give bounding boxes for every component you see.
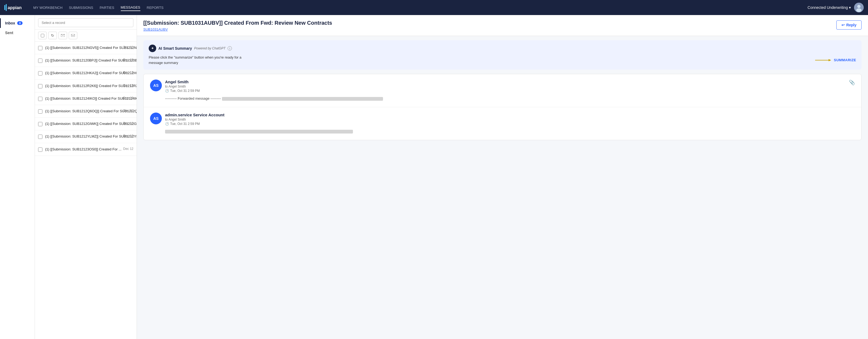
clock-icon-2: 🕐	[165, 122, 169, 126]
nav-reports[interactable]: REPORTS	[147, 5, 164, 11]
message-item-5[interactable]: (1) [[Submission: SUB1212Q6OQ]] Created …	[35, 105, 136, 118]
message-title: [[Submission: SUB1031AUBV]] Created From…	[143, 19, 332, 26]
message-title-3: (1) [[Submission: SUB1212R2K6]] Created …	[45, 84, 136, 88]
sender-avatar-2: AS	[150, 113, 162, 124]
reply-label: Reply	[846, 23, 857, 27]
ai-info-icon[interactable]: i	[227, 46, 232, 51]
svg-point-5	[856, 8, 862, 12]
blurred-content-1	[222, 97, 383, 101]
sender-to-2: to Angel Smith	[165, 118, 224, 121]
message-date-2: Dec 12	[123, 70, 133, 75]
message-checkbox-7[interactable]	[38, 135, 42, 139]
svg-point-4	[857, 5, 861, 8]
message-checkbox-6[interactable]	[38, 122, 42, 126]
message-items: (1) [[Submission: SUB1212NGV5]] Created …	[35, 41, 136, 339]
reply-button[interactable]: ↩ Reply	[836, 21, 862, 30]
nav-links: MY WORKBENCH SUBMISSIONS PARTIES MESSAGE…	[33, 4, 801, 11]
sender-name-2: admin.service Service Account	[165, 113, 224, 117]
ai-icon: ✦	[149, 45, 156, 52]
mark-read-button[interactable]	[59, 32, 67, 39]
app-body: Inbox 0 Sent ↻ (1) [[S	[0, 15, 868, 339]
nav-parties[interactable]: PARTIES	[100, 5, 114, 11]
message-checkbox-3[interactable]	[38, 84, 42, 88]
user-avatar[interactable]	[854, 3, 864, 12]
thread-body-2	[165, 129, 855, 135]
ai-body-text: Please click the "summarize" button when…	[149, 55, 242, 65]
sender-details-2: admin.service Service Account to Angel S…	[165, 113, 224, 126]
select-all-checkbox[interactable]	[38, 32, 47, 39]
message-checkbox-4[interactable]	[38, 97, 42, 101]
sidebar-item-inbox[interactable]: Inbox 0	[0, 18, 35, 28]
mark-unread-button[interactable]	[69, 32, 77, 39]
message-list-panel: ↻ (1) [[Submission: SUB1212NGV5]] Create…	[35, 15, 137, 339]
message-date-7: Dec 12	[123, 134, 133, 138]
message-content-3: (1) [[Submission: SUB1212R2K6]] Created …	[45, 84, 118, 88]
message-content-6: (1) [[Submission: SUB1212GIWK]] Created …	[45, 121, 118, 126]
message-date-3: Dec 12	[123, 84, 133, 87]
message-detail-header: [[Submission: SUB1031AUBV]] Created From…	[137, 15, 868, 36]
refresh-button[interactable]: ↻	[48, 32, 57, 39]
select-all-input[interactable]	[41, 34, 44, 37]
main-content: [[Submission: SUB1031AUBV]] Created From…	[137, 15, 868, 339]
message-item-3[interactable]: (1) [[Submission: SUB1212R2K6]] Created …	[35, 80, 136, 92]
app-logo[interactable]: appian	[4, 4, 24, 11]
message-item-1[interactable]: (1) [[Submission: SUB12120BPJ]] Created …	[35, 54, 136, 67]
ai-summary-header: ✦ AI Smart Summary Powered by ChatGPT i	[149, 45, 856, 52]
message-item-2[interactable]: (1) [[Submission: SUB1212HKA2]] Created …	[35, 67, 136, 80]
search-input[interactable]	[38, 18, 133, 27]
ai-summary-section: ✦ AI Smart Summary Powered by ChatGPT i …	[143, 40, 862, 69]
message-item-0[interactable]: (1) [[Submission: SUB1212NGV5]] Created …	[35, 41, 136, 54]
message-item-6[interactable]: (1) [[Submission: SUB1212GIWK]] Created …	[35, 118, 136, 130]
message-title-0: (1) [[Submission: SUB1212NGV5]] Created …	[45, 46, 136, 50]
submission-link[interactable]: SUB1031AUBV	[143, 27, 332, 31]
message-content-7: (1) [[Submission: SUB1212YLMZ]] Created …	[45, 134, 118, 139]
nav-submissions[interactable]: SUBMISSIONS	[69, 5, 93, 11]
message-content-1: (1) [[Submission: SUB12120BPJ]] Created …	[45, 58, 118, 63]
message-date-5: Dec 12	[123, 109, 133, 113]
message-checkbox-2[interactable]	[38, 71, 42, 76]
message-title-2: (1) [[Submission: SUB1212HKA2]] Created …	[45, 71, 136, 75]
org-selector[interactable]: Connected Underwriting ▾	[808, 5, 851, 10]
ai-summary-body: Please click the "summarize" button when…	[149, 55, 856, 65]
message-header-info: [[Submission: SUB1031AUBV]] Created From…	[143, 19, 332, 31]
message-item-4[interactable]: (1) [[Submission: SUB12124IKO]] Created …	[35, 92, 136, 105]
message-content-0: (1) [[Submission: SUB1212NGV5]] Created …	[45, 46, 118, 50]
attachment-icon-1[interactable]: 📎	[849, 80, 855, 85]
sender-details-1: Angel Smith to Angel Smith 🕐 Tue, Oct 31…	[165, 80, 200, 93]
sender-name-1: Angel Smith	[165, 80, 200, 84]
message-content-2: (1) [[Submission: SUB1212HKA2]] Created …	[45, 70, 118, 76]
message-checkbox-0[interactable]	[38, 46, 42, 50]
message-checkbox-8[interactable]	[38, 147, 42, 152]
message-date-0: Dec 12	[123, 46, 133, 49]
message-date-8: Dec 12	[123, 147, 133, 151]
message-content-4: (1) [[Submission: SUB12124IKO]] Created …	[45, 96, 118, 101]
thread-message-1: AS Angel Smith to Angel Smith 🕐 Tue, Oct…	[144, 74, 861, 107]
thread-body-1: ---------- Forwarded message ---------	[165, 96, 855, 102]
svg-rect-1	[6, 4, 7, 11]
message-toolbar: ↻	[35, 30, 136, 41]
svg-text:appian: appian	[8, 5, 22, 10]
sender-to-1: to Angel Smith	[165, 85, 200, 88]
thread-sender-info-1: AS Angel Smith to Angel Smith 🕐 Tue, Oct…	[150, 80, 200, 93]
nav-messages[interactable]: MESSAGES	[121, 4, 141, 11]
nav-my-workbench[interactable]: MY WORKBENCH	[33, 5, 63, 11]
summarize-button[interactable]: SUMMARIZE	[815, 58, 856, 62]
svg-marker-7	[829, 59, 831, 61]
message-title-1: (1) [[Submission: SUB12120BPJ]] Created …	[45, 58, 136, 62]
sender-avatar-1: AS	[150, 80, 162, 91]
sidebar-item-sent[interactable]: Sent	[0, 28, 35, 37]
sender-time-2: 🕐 Tue, Oct 31 2:59 PM	[165, 122, 224, 126]
message-title-7: (1) [[Submission: SUB1212YLMZ]] Created …	[45, 134, 136, 138]
message-item-7[interactable]: (1) [[Submission: SUB1212YLMZ]] Created …	[35, 130, 136, 143]
message-item-8[interactable]: (1) [[Submission: SUB12123OS0]] Created …	[35, 143, 136, 156]
ai-powered-by: Powered by ChatGPT	[194, 47, 225, 50]
message-title-8: (1) [[Submission: SUB12123OS0]] Created …	[45, 147, 122, 151]
forwarded-line: ---------- Forwarded message ---------	[165, 96, 221, 101]
message-checkbox-5[interactable]	[38, 109, 42, 114]
message-checkbox-1[interactable]	[38, 59, 42, 63]
thread-message-2: AS admin.service Service Account to Ange…	[144, 107, 861, 140]
message-content-8: (1) [[Submission: SUB12123OS0]] Created …	[45, 147, 118, 152]
thread-msg-header-1: AS Angel Smith to Angel Smith 🕐 Tue, Oct…	[150, 80, 855, 93]
svg-rect-0	[4, 5, 5, 10]
message-thread: AS Angel Smith to Angel Smith 🕐 Tue, Oct…	[143, 74, 862, 140]
